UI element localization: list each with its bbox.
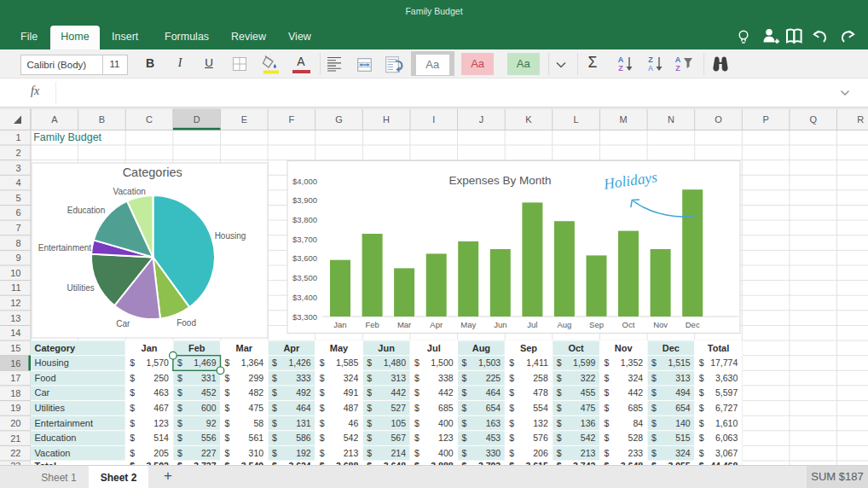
svg-text:$: $ <box>225 448 230 458</box>
svg-text:G: G <box>335 114 343 125</box>
svg-text:205: 205 <box>153 448 169 458</box>
svg-text:Education: Education <box>67 206 105 215</box>
svg-text:527: 527 <box>391 403 406 413</box>
svg-text:Expenses By Month: Expenses By Month <box>448 174 551 187</box>
svg-text:$3,800: $3,800 <box>292 215 317 224</box>
svg-text:M: M <box>620 114 628 125</box>
svg-text:576: 576 <box>533 433 548 443</box>
svg-text:192: 192 <box>296 448 311 458</box>
svg-text:$4,000: $4,000 <box>292 177 317 186</box>
svg-text:$: $ <box>557 418 562 428</box>
svg-text:$: $ <box>699 448 704 458</box>
svg-text:492: 492 <box>296 387 311 398</box>
svg-text:$: $ <box>414 403 420 413</box>
svg-text:$: $ <box>699 373 704 383</box>
svg-text:131: 131 <box>296 418 311 428</box>
svg-text:464: 464 <box>296 403 311 413</box>
svg-text:$: $ <box>462 357 467 368</box>
svg-text:Q: Q <box>809 114 817 125</box>
svg-text:B: B <box>99 114 105 125</box>
svg-text:May: May <box>330 343 349 353</box>
svg-text:Aug: Aug <box>557 320 571 329</box>
svg-text:K: K <box>525 114 532 125</box>
svg-text:Total: Total <box>708 343 729 353</box>
svg-text:2: 2 <box>15 148 20 158</box>
svg-text:Family Budget: Family Budget <box>33 131 101 143</box>
svg-text:331: 331 <box>201 373 217 383</box>
svg-text:$: $ <box>130 448 135 458</box>
svg-text:Nov: Nov <box>615 343 634 353</box>
svg-text:21: 21 <box>10 433 20 444</box>
svg-text:H: H <box>383 114 390 125</box>
svg-text:$3,700: $3,700 <box>292 235 317 244</box>
svg-text:$: $ <box>225 373 230 383</box>
svg-text:561: 561 <box>249 433 264 443</box>
svg-text:Aug: Aug <box>472 343 490 353</box>
svg-text:310: 310 <box>249 448 264 458</box>
svg-text:$: $ <box>414 433 420 443</box>
svg-text:A: A <box>51 114 58 125</box>
svg-text:D: D <box>194 114 200 125</box>
svg-text:227: 227 <box>201 448 217 458</box>
svg-text:5: 5 <box>15 193 20 203</box>
svg-text:4: 4 <box>15 177 20 188</box>
svg-text:491: 491 <box>344 387 359 398</box>
svg-text:313: 313 <box>391 373 406 383</box>
svg-text:$: $ <box>130 418 135 428</box>
svg-text:$: $ <box>651 387 657 398</box>
svg-text:464: 464 <box>486 387 501 398</box>
svg-text:$: $ <box>699 387 704 398</box>
svg-text:233: 233 <box>628 448 644 458</box>
svg-text:442: 442 <box>391 387 406 398</box>
svg-text:$: $ <box>130 433 135 443</box>
svg-text:$: $ <box>177 357 182 368</box>
svg-text:$: $ <box>509 448 514 458</box>
svg-text:$: $ <box>320 448 325 458</box>
svg-text:514: 514 <box>153 433 169 443</box>
svg-text:$: $ <box>604 387 609 398</box>
svg-text:1,426: 1,426 <box>288 357 310 368</box>
svg-text:225: 225 <box>486 373 501 383</box>
svg-text:$3,900: $3,900 <box>292 195 317 205</box>
svg-text:$: $ <box>462 433 467 443</box>
svg-text:$: $ <box>699 403 704 413</box>
svg-text:$: $ <box>462 387 467 398</box>
svg-text:$: $ <box>604 403 609 413</box>
svg-text:Sep: Sep <box>520 343 537 353</box>
svg-text:163: 163 <box>486 418 501 428</box>
svg-text:$: $ <box>604 357 609 368</box>
svg-text:$: $ <box>177 387 182 398</box>
svg-text:$: $ <box>557 373 562 383</box>
svg-text:Housing: Housing <box>215 231 246 241</box>
svg-text:453: 453 <box>486 433 501 443</box>
svg-text:515: 515 <box>675 433 691 443</box>
svg-text:$: $ <box>414 448 420 458</box>
svg-text:I: I <box>432 114 435 125</box>
svg-text:$: $ <box>272 357 277 368</box>
svg-text:654: 654 <box>675 403 691 413</box>
svg-text:6,063: 6,063 <box>715 433 738 443</box>
svg-text:$: $ <box>272 387 277 398</box>
svg-text:92: 92 <box>206 418 217 428</box>
svg-text:Food: Food <box>176 318 196 328</box>
svg-text:$: $ <box>699 433 704 443</box>
svg-text:654: 654 <box>486 403 501 413</box>
svg-text:206: 206 <box>533 448 548 458</box>
svg-text:140: 140 <box>675 418 691 428</box>
svg-text:$: $ <box>272 418 277 428</box>
svg-text:$: $ <box>367 387 372 398</box>
svg-text:$: $ <box>509 418 514 428</box>
svg-text:132: 132 <box>533 418 548 428</box>
svg-text:14: 14 <box>10 328 20 338</box>
svg-text:$: $ <box>651 357 657 368</box>
svg-text:$: $ <box>177 418 182 428</box>
svg-text:494: 494 <box>675 387 691 398</box>
svg-text:528: 528 <box>628 433 644 443</box>
svg-text:$: $ <box>225 357 230 368</box>
svg-text:$: $ <box>177 403 182 413</box>
svg-text:1,364: 1,364 <box>241 357 263 368</box>
svg-text:542: 542 <box>581 433 596 443</box>
svg-text:442: 442 <box>628 387 644 398</box>
svg-text:$: $ <box>320 387 325 398</box>
svg-text:15: 15 <box>10 343 20 353</box>
